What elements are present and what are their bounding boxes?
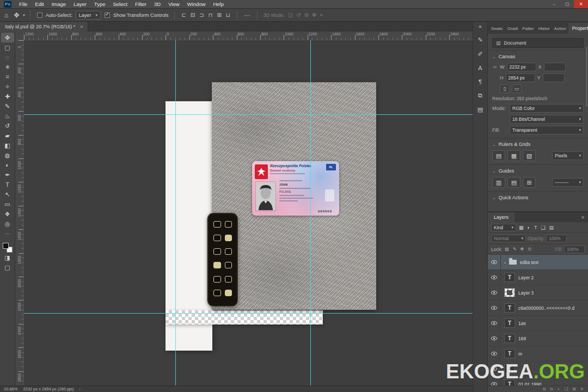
filter-type-layers-icon[interactable]: T (533, 225, 538, 230)
dodge-tool-button[interactable]: ◐ (1, 160, 14, 170)
shape-tool-button[interactable]: ▭ (1, 199, 14, 209)
tab-history[interactable]: Histor (536, 23, 552, 34)
quick-mask-button[interactable]: ◨ (1, 253, 14, 262)
expand-panels-icon[interactable]: « (479, 23, 482, 29)
guides-section-header[interactable]: ⌄ Guides (488, 164, 588, 176)
toggle-grid-button[interactable]: ▦ (507, 150, 520, 161)
tab-swatches[interactable]: Swatc (489, 23, 505, 34)
filter-adjustment-layers-icon[interactable]: ◐ (526, 225, 531, 230)
auto-select-checkbox[interactable] (37, 13, 42, 18)
character-panel-icon[interactable]: A (478, 65, 482, 71)
menu-item[interactable]: Window (183, 1, 210, 7)
menu-item[interactable]: Layer (70, 1, 90, 7)
group-expand-chevron-icon[interactable]: ⌄ (503, 260, 507, 265)
link-dimensions-icon[interactable]: ∞ (492, 64, 498, 70)
align-icon[interactable]: ⊔ (224, 12, 232, 18)
guide-style-dropdown[interactable]: ——— ▾ (552, 178, 584, 187)
link-layers-icon[interactable]: ⧉ (543, 387, 546, 392)
menu-item[interactable]: Type (90, 1, 109, 7)
panel-menu-icon[interactable]: ≡ (581, 215, 588, 220)
new-group-icon[interactable]: ❑ (565, 387, 568, 391)
gradient-tool-button[interactable]: ◧ (1, 140, 14, 150)
filter-pixel-layers-icon[interactable]: ▦ (518, 225, 525, 230)
eye-icon[interactable] (491, 306, 497, 310)
layer-row[interactable]: T m (488, 346, 588, 362)
align-icon[interactable]: ⊓ (207, 12, 215, 18)
new-layer-icon[interactable]: ⊞ (572, 387, 575, 391)
eye-icon[interactable] (491, 352, 497, 356)
tab-patterns[interactable]: Patter (520, 23, 536, 34)
vertical-ruler[interactable]: 0200400600800100012001400160018002000220… (15, 40, 24, 385)
menu-item[interactable]: View (164, 1, 183, 7)
visibility-cell[interactable] (488, 331, 501, 346)
tab-actions[interactable]: Action (552, 23, 568, 34)
horizontal-guide[interactable] (24, 114, 473, 115)
fill-input[interactable]: 100% (564, 246, 585, 253)
eye-icon[interactable] (491, 291, 497, 295)
clone-source-panel-icon[interactable]: ⧉ (478, 92, 482, 99)
align-icon[interactable]: ⊏ (180, 12, 187, 18)
close-tab-icon[interactable]: × (80, 24, 83, 29)
eye-icon[interactable] (491, 260, 497, 264)
menu-item[interactable]: Filter (131, 1, 150, 7)
quick-actions-section-header[interactable]: ⌄ Quick Actions (488, 191, 588, 203)
brush-tool-button[interactable]: ✎ (1, 101, 14, 111)
layer-row[interactable]: T Layer 2 (488, 270, 588, 285)
current-tool-move-icon[interactable]: ✥ (12, 11, 21, 19)
zoom-level[interactable]: 20.66% (4, 387, 17, 391)
x-input[interactable] (544, 63, 566, 71)
toggle-guides-button[interactable]: ▥ (492, 177, 505, 188)
opacity-input[interactable]: 100% (546, 235, 567, 242)
align-icon[interactable]: ⊟ (189, 12, 197, 18)
layer-row[interactable]: T 1as (488, 316, 588, 331)
maximize-button[interactable]: ▢ (561, 0, 574, 8)
toggle-rulers-button[interactable]: ▤ (492, 150, 505, 161)
transparent-checker-area[interactable] (166, 310, 323, 324)
tab-gradients[interactable]: Gradi (505, 23, 520, 34)
tab-layers[interactable]: Layers (488, 212, 514, 222)
vertical-guide[interactable] (310, 40, 311, 385)
lock-all-icon[interactable]: ⊡ (526, 247, 532, 252)
blur-tool-button[interactable]: ◍ (1, 150, 14, 160)
hand-tool-button[interactable]: ❖ (1, 209, 14, 219)
blend-mode-dropdown[interactable]: Normal ▾ (491, 235, 526, 242)
ruler-corner[interactable] (15, 32, 24, 40)
align-icon[interactable]: ⊐ (198, 12, 205, 18)
filter-smart-objects-icon[interactable]: ▤ (548, 225, 555, 230)
vertical-guide[interactable] (175, 40, 176, 385)
show-transform-controls-checkbox[interactable] (105, 13, 110, 18)
tool-preset-caret-icon[interactable]: ▾ (23, 13, 25, 17)
menu-item[interactable]: Select (109, 1, 131, 7)
visibility-cell[interactable] (488, 316, 501, 330)
brush-settings-panel-icon[interactable]: ✎ (477, 36, 482, 44)
status-options-arrow-icon[interactable]: › (79, 387, 80, 391)
edit-toolbar-icon[interactable]: ··· (1, 229, 14, 238)
menu-item[interactable]: 3D (150, 1, 164, 7)
paint-panel-icon[interactable]: ✐ (477, 51, 482, 58)
delete-layer-icon[interactable]: ✕ (580, 387, 584, 391)
menu-item[interactable]: File (15, 1, 31, 7)
layer-row-group[interactable]: ⌄ edita text (488, 255, 588, 270)
layer-row[interactable]: Layer 3 (488, 285, 588, 301)
clone-stamp-tool-button[interactable]: ♨ (1, 111, 14, 121)
home-icon[interactable]: ⌂ (3, 11, 10, 19)
canvas-pasteboard[interactable]: Rzeczpospolita Polska Dowód osobisty PL … (24, 40, 473, 385)
lock-pixels-icon[interactable]: ✎ (512, 247, 518, 252)
filter-shape-layers-icon[interactable]: ❑ (540, 225, 546, 230)
layer-mask-icon[interactable]: ◐ (558, 387, 560, 391)
clear-guides-button[interactable]: ⊞ (523, 177, 536, 188)
visibility-cell[interactable] (488, 285, 501, 300)
lock-transparency-icon[interactable]: ▨ (504, 247, 510, 252)
horizontal-ruler[interactable]: 1200100080060040020002004006008001000120… (24, 32, 473, 40)
lock-guides-button[interactable]: ▤ (507, 177, 520, 188)
pen-tool-button[interactable]: ✒ (1, 170, 14, 180)
foreground-background-swatches[interactable] (3, 243, 13, 253)
lasso-tool-button[interactable]: ◌ (1, 52, 14, 62)
menu-item[interactable]: Image (48, 1, 70, 7)
libraries-panel-icon[interactable]: ▤ (477, 106, 483, 113)
panel-scrollbar[interactable] (586, 47, 587, 107)
path-selection-tool-button[interactable]: ↖ (1, 189, 14, 199)
menu-item[interactable]: Edit (31, 1, 47, 7)
more-options-icon[interactable]: ··· (242, 11, 252, 19)
y-input[interactable] (543, 74, 565, 82)
